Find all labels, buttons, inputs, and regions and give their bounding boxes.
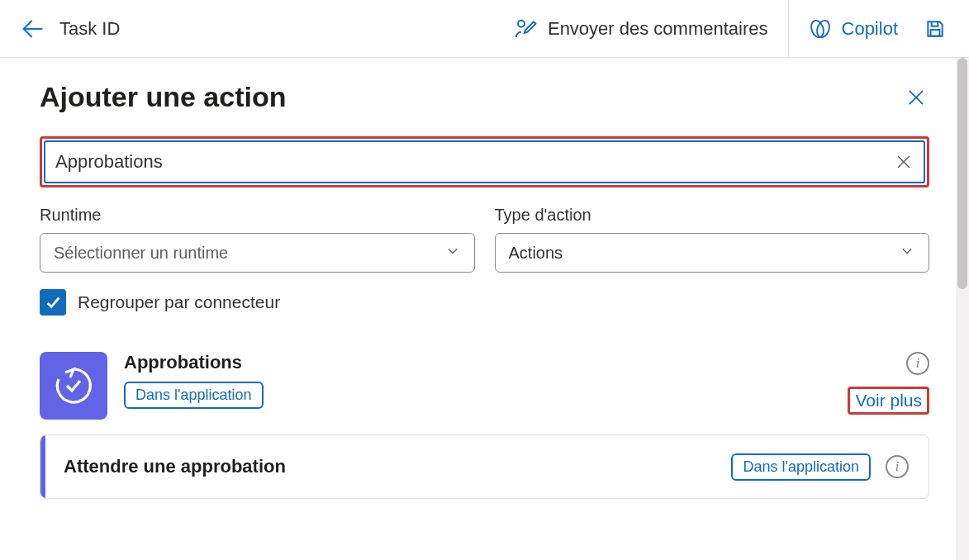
filters-row: Runtime Sélectionner un runtime Type d'a… bbox=[40, 206, 929, 273]
connector-header: Approbations Dans l'application i Voir p… bbox=[40, 352, 929, 420]
chevron-down-icon bbox=[444, 243, 461, 263]
copilot-button[interactable]: Copilot bbox=[792, 0, 914, 58]
connector-text: Approbations Dans l'application bbox=[124, 352, 831, 409]
group-checkbox-label: Regrouper par connecteur bbox=[78, 292, 280, 312]
search-input[interactable] bbox=[55, 151, 894, 173]
connector-badge: Dans l'application bbox=[124, 382, 264, 409]
chevron-down-icon bbox=[899, 243, 915, 263]
feedback-button[interactable]: Envoyer des commentaires bbox=[496, 0, 785, 58]
runtime-filter: Runtime Sélectionner un runtime bbox=[40, 206, 475, 273]
action-title: Attendre une approbation bbox=[45, 456, 731, 477]
divider bbox=[788, 0, 789, 58]
connector-right: i Voir plus bbox=[848, 352, 929, 415]
action-type-select[interactable]: Actions bbox=[495, 233, 930, 273]
top-bar: Task ID Envoyer des commentaires Copilot bbox=[0, 0, 969, 58]
panel-content: Ajouter une action Runtime Sélectionner … bbox=[0, 58, 969, 560]
connector-title: Approbations bbox=[124, 352, 831, 373]
group-by-connector-row: Regrouper par connecteur bbox=[40, 289, 929, 316]
back-button[interactable] bbox=[13, 9, 53, 49]
action-type-filter: Type d'action Actions bbox=[495, 206, 930, 273]
search-highlight bbox=[40, 136, 929, 187]
save-icon bbox=[924, 18, 946, 40]
action-right: Dans l'application i bbox=[731, 453, 929, 481]
feedback-icon bbox=[513, 17, 538, 41]
scrollbar[interactable] bbox=[956, 58, 969, 560]
runtime-label: Runtime bbox=[40, 206, 475, 225]
action-type-label: Type d'action bbox=[495, 206, 930, 225]
action-badge: Dans l'application bbox=[731, 453, 871, 481]
scrollbar-thumb[interactable] bbox=[957, 58, 967, 289]
page-title: Task ID bbox=[59, 18, 120, 40]
action-type-select-value: Actions bbox=[509, 244, 563, 263]
save-button[interactable] bbox=[914, 0, 956, 58]
see-more-highlight: Voir plus bbox=[848, 387, 929, 415]
feedback-label: Envoyer des commentaires bbox=[548, 18, 768, 40]
search-field[interactable] bbox=[44, 140, 925, 183]
action-info-button[interactable]: i bbox=[886, 455, 909, 478]
panel-header: Ajouter une action bbox=[40, 81, 929, 113]
group-checkbox[interactable] bbox=[40, 289, 66, 316]
copilot-label: Copilot bbox=[842, 18, 898, 40]
close-button[interactable] bbox=[903, 84, 929, 111]
runtime-select[interactable]: Sélectionner un runtime bbox=[40, 233, 475, 273]
approvals-connector-icon bbox=[40, 352, 107, 420]
connector-info-button[interactable]: i bbox=[906, 352, 929, 375]
runtime-select-value: Sélectionner un runtime bbox=[54, 244, 228, 263]
clear-search-button[interactable] bbox=[894, 152, 914, 172]
svg-point-1 bbox=[518, 20, 525, 26]
panel-title: Ajouter une action bbox=[40, 81, 286, 113]
see-more-link[interactable]: Voir plus bbox=[855, 391, 922, 410]
action-card[interactable]: Attendre une approbation Dans l'applicat… bbox=[40, 434, 929, 499]
copilot-icon bbox=[809, 17, 832, 40]
svg-rect-4 bbox=[931, 30, 940, 36]
